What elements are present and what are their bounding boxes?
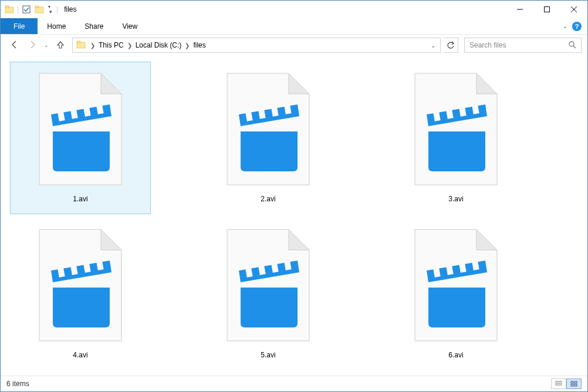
- address-dropdown-icon[interactable]: ⌄: [427, 42, 439, 49]
- qat-dropdown-icon[interactable]: ▾▼: [47, 4, 54, 15]
- svg-rect-19: [575, 384, 577, 386]
- close-button[interactable]: [560, 1, 587, 18]
- breadcrumb-item[interactable]: Local Disk (C:): [133, 41, 184, 49]
- search-input[interactable]: [469, 41, 568, 49]
- item-count: 6 items: [6, 380, 29, 388]
- video-file-icon: [403, 65, 509, 194]
- tab-file[interactable]: File: [1, 18, 38, 34]
- folder-app-icon: [4, 4, 15, 15]
- navigation-bar: ⌄ ❯ This PC ❯ Local Disk (C:) ❯ files ⌄: [1, 35, 587, 56]
- file-item[interactable]: 6.avi: [386, 218, 526, 370]
- svg-point-11: [569, 42, 574, 46]
- file-name-label: 4.avi: [73, 351, 87, 359]
- file-name-label: 5.avi: [261, 351, 275, 359]
- file-item[interactable]: 4.avi: [10, 218, 151, 370]
- titlebar: | ▾▼ | files: [1, 1, 587, 18]
- svg-rect-9: [77, 42, 85, 48]
- chevron-right-icon[interactable]: ❯: [184, 42, 191, 49]
- window-title: files: [64, 5, 76, 13]
- history-dropdown-icon[interactable]: ⌄: [44, 42, 49, 48]
- svg-rect-1: [5, 6, 9, 8]
- back-button[interactable]: [9, 39, 21, 52]
- svg-rect-16: [571, 381, 573, 383]
- help-icon[interactable]: ?: [572, 22, 582, 31]
- folder-icon: [76, 40, 87, 50]
- file-name-label: 6.avi: [448, 351, 463, 359]
- forward-button[interactable]: [26, 39, 38, 52]
- video-file-icon: [215, 221, 321, 350]
- window-controls: [506, 1, 587, 18]
- refresh-button[interactable]: [443, 38, 458, 53]
- minimize-button[interactable]: [506, 1, 533, 18]
- search-icon[interactable]: [568, 40, 576, 50]
- svg-rect-10: [77, 41, 80, 43]
- chevron-right-icon[interactable]: ❯: [126, 42, 133, 49]
- video-file-icon: [28, 221, 133, 350]
- file-item[interactable]: 2.avi: [198, 62, 339, 214]
- qat-separator: |: [56, 5, 58, 13]
- file-item[interactable]: 3.avi: [386, 62, 526, 214]
- properties-icon[interactable]: [21, 4, 32, 15]
- tab-view[interactable]: View: [113, 18, 147, 34]
- ribbon-tabs: File Home Share View ⌄ ?: [1, 18, 587, 35]
- svg-rect-17: [575, 381, 577, 383]
- file-name-label: 2.avi: [261, 195, 275, 203]
- search-box[interactable]: [464, 38, 582, 53]
- svg-line-12: [573, 46, 576, 48]
- svg-rect-0: [5, 7, 13, 13]
- icons-view-button[interactable]: [566, 379, 582, 389]
- svg-rect-6: [545, 7, 550, 12]
- tab-share[interactable]: Share: [75, 18, 113, 34]
- file-name-label: 3.avi: [448, 195, 463, 203]
- qat-separator: |: [17, 5, 19, 13]
- tab-home[interactable]: Home: [38, 18, 75, 34]
- video-file-icon: [28, 65, 133, 194]
- breadcrumb-item[interactable]: This PC: [96, 41, 126, 49]
- svg-rect-4: [35, 6, 39, 8]
- ribbon-expand-icon[interactable]: ⌄: [563, 23, 567, 29]
- quick-access-toolbar: | ▾▼ | files: [1, 4, 77, 15]
- svg-rect-18: [571, 384, 573, 386]
- svg-rect-3: [35, 7, 43, 13]
- file-item[interactable]: 5.avi: [198, 218, 339, 370]
- file-list-view[interactable]: 1.avi2.avi3.avi4.avi5.avi6.avi: [1, 56, 587, 376]
- details-view-button[interactable]: [551, 379, 566, 389]
- maximize-button[interactable]: [533, 1, 560, 18]
- file-name-label: 1.avi: [73, 195, 87, 203]
- up-button[interactable]: [55, 39, 66, 52]
- video-file-icon: [403, 221, 509, 350]
- breadcrumb-item[interactable]: files: [191, 41, 208, 49]
- video-file-icon: [215, 65, 321, 194]
- address-bar[interactable]: ❯ This PC ❯ Local Disk (C:) ❯ files ⌄: [72, 38, 441, 53]
- file-item[interactable]: 1.avi: [10, 62, 151, 214]
- new-folder-icon[interactable]: [34, 4, 45, 15]
- status-bar: 6 items: [1, 376, 587, 391]
- view-mode-toggle: [551, 379, 582, 389]
- chevron-right-icon[interactable]: ❯: [89, 42, 96, 49]
- svg-rect-2: [23, 6, 30, 13]
